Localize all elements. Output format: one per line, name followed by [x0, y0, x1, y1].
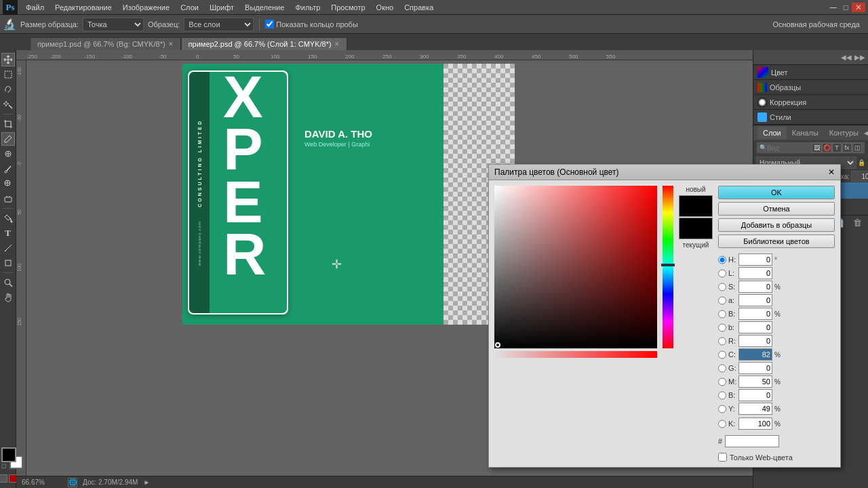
correction-panel-header[interactable]: Коррекция	[753, 95, 868, 110]
minimize-button[interactable]: ─	[827, 2, 840, 13]
clone-tool[interactable]	[1, 177, 15, 190]
tab-0[interactable]: пример1.psd @ 66.7% (Bg: CMYK/8*) ✕	[30, 37, 181, 50]
maximize-button[interactable]: □	[840, 3, 852, 12]
brush-tool[interactable]	[1, 162, 15, 176]
panel-expand-icon[interactable]: ▶▶	[854, 54, 865, 61]
y-radio[interactable]	[718, 405, 726, 413]
tab-layers[interactable]: Слои	[757, 127, 787, 139]
b-input[interactable]	[738, 308, 772, 320]
a-radio[interactable]	[718, 296, 726, 305]
status-arrow[interactable]: ►	[143, 479, 150, 486]
foreground-color[interactable]	[1, 447, 16, 462]
menu-item-filter[interactable]: Фильтр	[290, 2, 326, 13]
hue-slider[interactable]	[663, 186, 673, 348]
magic-wand-tool[interactable]	[1, 98, 15, 111]
eyedropper-tool[interactable]	[1, 132, 15, 146]
type-tool[interactable]: T	[1, 226, 15, 240]
web-colors-checkbox[interactable]	[718, 453, 727, 462]
menu-item-select[interactable]: Выделение	[239, 2, 290, 13]
status-earth-icon[interactable]: 🌐	[68, 478, 77, 487]
a-input[interactable]	[738, 294, 772, 306]
dialog-title-bar[interactable]: Палитра цветов (Основной цвет) ✕	[489, 165, 840, 180]
paint-bucket-tool[interactable]	[1, 211, 15, 225]
k-input[interactable]	[738, 418, 772, 430]
menu-item-window[interactable]: Окно	[371, 2, 399, 13]
l-radio[interactable]	[718, 269, 726, 278]
y-input[interactable]	[738, 403, 772, 415]
m-radio[interactable]	[718, 378, 726, 386]
delete-layer-icon[interactable]: 🗑	[853, 218, 862, 228]
color-gradient-picker[interactable]	[494, 186, 657, 348]
b-radio[interactable]	[718, 310, 726, 319]
filter-icon-2[interactable]: ⭕	[822, 143, 831, 152]
move-tool[interactable]	[1, 53, 15, 66]
tab-channels[interactable]: Каналы	[787, 127, 824, 139]
r-radio[interactable]	[718, 337, 726, 346]
hand-tool[interactable]	[1, 291, 15, 304]
sample-select[interactable]: Все слои Активный слой	[184, 18, 254, 31]
h-radio[interactable]	[718, 256, 726, 264]
k-radio[interactable]	[718, 420, 726, 428]
color-preview-area: новый текущий	[679, 186, 713, 462]
dialog-close-button[interactable]: ✕	[828, 167, 835, 177]
menu-item-edit[interactable]: Редактирование	[50, 2, 117, 13]
color-libraries-button[interactable]: Библиотеки цветов	[718, 235, 835, 248]
shape-tool[interactable]	[1, 256, 15, 270]
pen-tool[interactable]	[1, 241, 15, 255]
zoom-tool[interactable]	[1, 276, 15, 289]
menu-item-file[interactable]: Файл	[20, 2, 50, 13]
filter-icon-3[interactable]: Т	[832, 143, 842, 152]
b2-input[interactable]	[738, 321, 772, 333]
heal-tool[interactable]	[1, 147, 15, 161]
filter-icon-5[interactable]: ◫	[852, 143, 862, 152]
blue-input[interactable]	[738, 389, 772, 401]
c-input[interactable]	[738, 348, 772, 361]
ok-button[interactable]: OK	[718, 186, 835, 199]
eraser-tool[interactable]	[1, 192, 15, 205]
marquee-tool[interactable]	[1, 68, 15, 81]
swatches-panel-header[interactable]: Образцы	[753, 80, 868, 95]
filter-icon-1[interactable]: 🖼	[812, 143, 821, 152]
c-radio[interactable]	[718, 350, 726, 359]
h-input[interactable]	[738, 253, 772, 266]
reset-colors-icon[interactable]: ◻	[1, 462, 6, 469]
color-panel-header[interactable]: Цвет	[753, 65, 868, 80]
g-input[interactable]	[738, 362, 772, 374]
m-input[interactable]	[738, 375, 772, 388]
panel-collapse-icon[interactable]: ◀◀	[841, 54, 852, 61]
tab-paths[interactable]: Контуры	[824, 127, 864, 139]
layers-panel-menu-icon[interactable]: ◀	[864, 128, 868, 138]
close-button[interactable]: ✕	[852, 3, 865, 12]
blue-radio[interactable]	[718, 391, 726, 400]
s-radio[interactable]	[718, 283, 726, 291]
menu-item-help[interactable]: Справка	[399, 2, 439, 13]
g-radio[interactable]	[718, 364, 726, 373]
alpha-slider[interactable]	[494, 351, 657, 358]
styles-panel-header[interactable]: Стили	[753, 110, 868, 125]
menu-item-view[interactable]: Просмотр	[326, 2, 370, 13]
normal-mode-button[interactable]	[0, 474, 7, 483]
lasso-tool[interactable]	[1, 83, 15, 96]
menu-item-image[interactable]: Изображение	[117, 2, 175, 13]
show-ring-checkbox[interactable]	[265, 20, 274, 28]
fill-input[interactable]	[851, 171, 868, 182]
b2-radio[interactable]	[718, 323, 726, 332]
crop-tool[interactable]	[1, 117, 15, 131]
lock-icon[interactable]: 🔒	[858, 159, 865, 166]
hex-input[interactable]: 000000	[725, 435, 779, 447]
tab-close-1[interactable]: ✕	[334, 41, 340, 47]
layers-search-input[interactable]	[767, 144, 808, 152]
menu-item-font[interactable]: Шрифт	[204, 2, 239, 13]
sample-size-select[interactable]: Точка 3x3 среднее	[83, 18, 144, 31]
add-to-swatches-button[interactable]: Добавить в образцы	[718, 218, 835, 232]
tab-1[interactable]: пример2.psd @ 66.7% (Слой 1: CMYK/8*) ✕	[181, 37, 347, 50]
filter-icon-4[interactable]: fx	[842, 143, 852, 152]
cancel-button[interactable]: Отмена	[718, 202, 835, 216]
l-input[interactable]	[738, 267, 772, 279]
menu-item-layers[interactable]: Слои	[175, 2, 204, 13]
s-input[interactable]	[738, 281, 772, 293]
tool-separator-1	[3, 114, 14, 115]
tab-close-0[interactable]: ✕	[168, 41, 174, 47]
r-input[interactable]	[738, 335, 772, 347]
show-ring-label[interactable]: Показать кольцо пробы	[265, 20, 358, 28]
